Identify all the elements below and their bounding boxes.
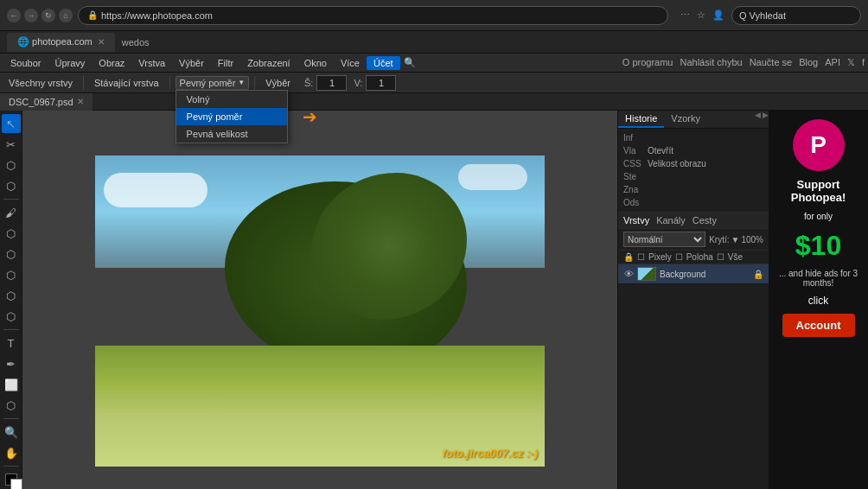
width-input[interactable] <box>316 75 347 91</box>
menu-vice[interactable]: Více <box>334 56 367 70</box>
menu-ucet[interactable]: Účet <box>367 56 400 70</box>
twitter-icon[interactable]: 𝕏 <box>847 57 855 68</box>
crop-option-fixed-ratio[interactable]: Pevný poměr ➔ <box>176 108 287 125</box>
row-value-vla[interactable]: Otevřít <box>648 146 763 156</box>
lock-row: 🔒 ☐ Pixely ☐ Poloha ☐ Vše <box>618 251 769 264</box>
tool-brush[interactable]: 🖌 <box>2 203 21 222</box>
refresh-button[interactable]: ↻ <box>41 9 55 22</box>
tab-bar: 🌐 photopea.com ✕ wedos <box>0 31 868 54</box>
tool-select[interactable]: ↖ <box>2 114 21 133</box>
menu-vyber[interactable]: Výběr <box>172 56 211 70</box>
tab-channels[interactable]: Kanály <box>656 215 686 225</box>
main-area: ↖ ✂ ⬡ ⬡ 🖌 ⬡ ⬡ ⬡ ⬡ ⬡ T ✒ ⬜ ⬡ 🔍 ✋ <box>0 111 868 489</box>
height-label: V: <box>354 78 362 88</box>
background-color[interactable] <box>10 479 22 489</box>
canvas-area[interactable]: foto.jirca007.cz :-) <box>22 111 617 489</box>
tool-gradient[interactable]: ⬡ <box>2 396 21 415</box>
menu-search-icon[interactable]: 🔍 <box>404 57 416 68</box>
row-label-vla: Vla <box>623 146 648 156</box>
browser-bar: ← → ↻ ⌂ 🔒 https://www.photopea.com ⋯ ☆ 👤… <box>0 0 868 31</box>
toolbar: Všechny vrstvy Stávající vrstva Pevný po… <box>0 73 868 93</box>
menu-zobrazeni[interactable]: Zobrazení <box>240 56 297 70</box>
toolbar-select[interactable]: Výběr <box>260 76 296 90</box>
tab-label: 🌐 photopea.com <box>17 36 93 48</box>
tool-stamp[interactable]: ⬡ <box>2 244 21 264</box>
tool-heal[interactable]: ⬡ <box>2 265 21 284</box>
menu-right-text1[interactable]: O programu <box>622 57 673 68</box>
panel-arrow-left[interactable]: ◀ <box>755 111 761 128</box>
tool-type[interactable]: T <box>2 333 21 352</box>
tab-paths[interactable]: Cesty <box>692 215 717 225</box>
tool-zoom[interactable]: 🔍 <box>2 422 21 441</box>
history-row-css: CSS Velikost obrazu <box>623 157 763 170</box>
forward-button[interactable]: → <box>24 9 38 22</box>
tool-dodge[interactable]: ⬡ <box>2 307 21 326</box>
crop-option-free[interactable]: Volný <box>176 91 287 108</box>
logo-char: P <box>810 131 827 159</box>
ad-account-button[interactable]: Account <box>782 314 855 337</box>
address-bar[interactable]: 🔒 https://www.photopea.com <box>78 6 668 25</box>
profile-icon: 👤 <box>712 10 724 21</box>
row-label-ods: Ods <box>623 198 648 207</box>
layers-tabs: Vrstvy Kanály Cesty <box>623 215 717 225</box>
tool-separator4 <box>3 466 19 467</box>
menu-right-text5[interactable]: API <box>825 57 840 68</box>
search-placeholder: Q Vyhledat <box>739 10 786 21</box>
back-button[interactable]: ← <box>7 9 21 22</box>
crop-dropdown-button[interactable]: Pevný poměr ▼ <box>176 76 250 90</box>
height-input[interactable] <box>366 75 396 91</box>
menu-upravy[interactable]: Úpravy <box>48 56 92 70</box>
toolbar-current-layer[interactable]: Stávající vrstva <box>89 76 164 90</box>
tab-close-icon[interactable]: ✕ <box>98 37 105 47</box>
doc-tab[interactable]: DSC_0967.psd ✕ <box>0 93 93 111</box>
facebook-icon[interactable]: f <box>862 57 865 68</box>
row-label-ste: Ste <box>623 172 648 181</box>
home-button[interactable]: ⌂ <box>59 9 73 22</box>
crop-dropdown-menu: Volný Pevný poměr ➔ Pevná velikost <box>176 90 288 143</box>
browser-search[interactable]: Q Vyhledat <box>731 6 861 25</box>
lock-position-checkbox[interactable]: ☐ <box>675 252 683 262</box>
tool-magic[interactable]: ⬡ <box>2 176 21 195</box>
blend-mode-select[interactable]: Normální <box>623 232 705 247</box>
doc-tab-bar: DSC_0967.psd ✕ <box>0 93 868 111</box>
crop-option-fixed-size[interactable]: Pevná velikost <box>176 125 287 143</box>
menu-vrstva[interactable]: Vrstva <box>131 56 172 70</box>
layer-lock-icon: 🔒 <box>753 270 763 279</box>
lock-all-checkbox[interactable]: ☐ <box>717 252 724 262</box>
extensions-icon: ⋯ <box>680 10 690 21</box>
tool-eraser[interactable]: ⬡ <box>2 224 21 243</box>
opacity-value[interactable]: 100% <box>741 235 763 244</box>
layer-background[interactable]: 👁 Background 🔒 <box>618 264 769 284</box>
bookmarks-bar: wedos <box>122 37 150 48</box>
menu-filtr[interactable]: Filtr <box>211 56 240 70</box>
tool-pen[interactable]: ✒ <box>2 354 21 373</box>
menu-obraz[interactable]: Obraz <box>92 56 131 70</box>
toolbar-all-layers[interactable]: Všechny vrstvy <box>3 76 78 90</box>
ad-price: $10 <box>795 230 841 262</box>
tab-layers[interactable]: Vrstvy <box>623 215 649 225</box>
tab-history[interactable]: Historie <box>618 111 664 128</box>
menu-right-text3[interactable]: Naučte se <box>750 57 793 68</box>
menu-right-text4[interactable]: Blog <box>799 57 818 68</box>
tool-blur[interactable]: ⬡ <box>2 286 21 305</box>
menu-okno[interactable]: Okno <box>297 56 334 70</box>
panel-tabs: Historie Vzorky ◀ ▶ <box>618 111 769 129</box>
tool-crop[interactable]: ✂ <box>2 135 21 154</box>
menu-right-text2[interactable]: Nahlásit chybu <box>680 57 742 68</box>
bookmark-wedos[interactable]: wedos <box>122 37 150 48</box>
tool-shape[interactable]: ⬜ <box>2 375 21 394</box>
lock-pixels-checkbox[interactable]: ☐ <box>637 252 645 262</box>
history-section: Inf Vla Otevřít CSS Velikost obrazu Ste … <box>618 129 769 213</box>
tab-photopea[interactable]: 🌐 photopea.com ✕ <box>7 33 115 52</box>
tab-swatches[interactable]: Vzorky <box>664 111 707 128</box>
row-value-css[interactable]: Velikost obrazu <box>648 159 763 168</box>
tool-lasso[interactable]: ⬡ <box>2 156 21 175</box>
tool-hand[interactable]: ✋ <box>2 443 21 462</box>
layer-visibility-icon[interactable]: 👁 <box>623 269 634 279</box>
menu-soubor[interactable]: Soubor <box>3 56 48 70</box>
doc-tab-close-icon[interactable]: ✕ <box>77 97 84 106</box>
separator3 <box>254 76 255 90</box>
panel-arrow-right[interactable]: ▶ <box>763 111 769 128</box>
right-panel: Historie Vzorky ◀ ▶ Inf Vla Otevřít <box>617 111 769 489</box>
ad-duration: ... and hide ads for 3 months! <box>777 269 859 288</box>
